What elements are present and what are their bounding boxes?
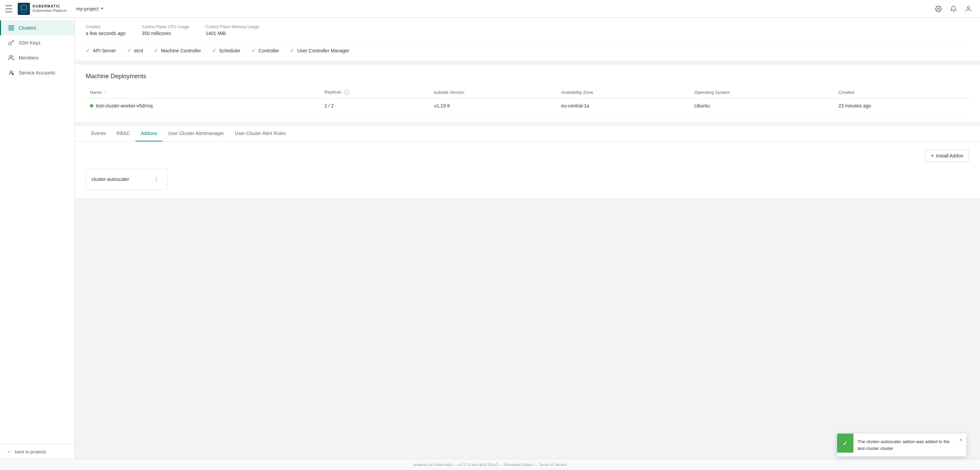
toast-close-button[interactable]: × [955, 433, 966, 446]
settings-icon [935, 5, 942, 12]
table-header: Name ↑ Replicas i kubelet Version Availa… [86, 87, 969, 98]
memory-label: Control Plane Memory Usage [205, 24, 259, 29]
svg-rect-6 [12, 25, 14, 27]
cell-created: 23 minutes ago [834, 98, 969, 113]
project-selector[interactable]: my-project [72, 4, 107, 14]
created-value: a few seconds ago [86, 30, 126, 36]
sidebar-item-clusters[interactable]: Clusters [0, 21, 75, 35]
created-label: Created [86, 24, 126, 29]
meta-row: Created a few seconds ago Control Plane … [86, 24, 969, 36]
footer: powered by Kubermatic — v2.17.0-dev-gb42… [0, 459, 980, 470]
status-dot [90, 104, 93, 108]
tab-rbac[interactable]: RBAC [111, 126, 135, 141]
toast-close-icon: × [959, 437, 962, 443]
install-addon-button[interactable]: + Install Addon [925, 150, 969, 162]
sidebar-members-label: Members [19, 55, 38, 60]
sidebar-service-accounts-label: Service Accounts [19, 70, 55, 76]
machine-deployments-title: Machine Deployments [86, 73, 969, 80]
check-label-machine-controller: Machine Controller [161, 48, 201, 53]
install-addon-plus-icon: + [931, 153, 934, 159]
app-body: Clusters SSH Keys [0, 18, 980, 459]
svg-point-3 [938, 8, 940, 10]
install-addon-row: + Install Addon [86, 150, 969, 169]
service-accounts-icon [8, 69, 14, 76]
check-icon-api-server: ✓ [86, 47, 90, 54]
logo-area: KUBERMATIC Kubernetes Platform [18, 3, 67, 15]
tab-addons[interactable]: Addons [135, 126, 162, 141]
tab-user-cluster-alert-rules[interactable]: User Cluster Alert Rules [229, 126, 291, 141]
logo-text: KUBERMATIC Kubernetes Platform [33, 5, 67, 13]
cpu-value: 350 millicores [142, 30, 189, 36]
check-label-scheduler: Scheduler [219, 48, 240, 53]
members-icon [8, 54, 14, 61]
tabs-content: + Install Addon cluster-autoscaler ⋮ [75, 141, 980, 198]
addon-name-cluster-autoscaler: cluster-autoscaler [92, 176, 129, 182]
col-operating-system: Operating System [690, 87, 834, 98]
created-meta: Created a few seconds ago [86, 24, 126, 36]
svg-rect-8 [12, 29, 14, 30]
cell-kubelet-version: v1.19.9 [430, 98, 557, 113]
check-label-user-controller-manager: User Controller Manager [297, 48, 349, 53]
toast-notification: ✓ The cluster-autoscaler addon was added… [837, 433, 966, 456]
replicas-info-icon[interactable]: i [344, 90, 350, 95]
status-check-scheduler: ✓ Scheduler [212, 47, 240, 54]
cpu-meta: Control Plane CPU Usage 350 millicores [142, 24, 189, 36]
back-to-projects-button[interactable]: ← back to projects [7, 449, 68, 455]
sidebar-item-service-accounts[interactable]: Service Accounts [0, 65, 75, 80]
cell-availability-zone: eu-central-1a [557, 98, 690, 113]
sidebar: Clusters SSH Keys [0, 18, 75, 459]
back-arrow-icon: ← [7, 449, 12, 455]
table-body: test-cluster-worker-v5drmq 2 / 2 v1.19.9… [86, 98, 969, 113]
status-check-user-controller-manager: ✓ User Controller Manager [290, 47, 349, 54]
check-icon-user-controller-manager: ✓ [290, 47, 294, 54]
sidebar-ssh-keys-label: SSH Keys [19, 40, 40, 46]
check-icon-controller: ✓ [251, 47, 256, 54]
svg-point-10 [10, 56, 11, 57]
status-check-controller: ✓ Controller [251, 47, 279, 54]
tabs-section: EventsRBACAddonsUser Cluster Alertmanage… [75, 126, 980, 198]
addon-cards: cluster-autoscaler ⋮ [86, 169, 969, 190]
topbar-left: KUBERMATIC Kubernetes Platform my-projec… [5, 3, 108, 15]
logo-platform: Kubernetes Platform [33, 8, 67, 13]
machine-deployments-table: Name ↑ Replicas i kubelet Version Availa… [86, 87, 969, 114]
tab-user-cluster-alertmanager[interactable]: User Cluster Alertmanager [162, 126, 229, 141]
project-name: my-project [76, 6, 98, 11]
sidebar-item-members[interactable]: Members [0, 50, 75, 65]
user-account-button[interactable] [962, 3, 975, 15]
cpu-label: Control Plane CPU Usage [142, 24, 189, 29]
cell-replicas: 2 / 2 [320, 98, 430, 113]
hamburger-menu-icon[interactable] [5, 5, 12, 12]
svg-rect-5 [9, 25, 11, 27]
toast-message: The cluster-autoscaler addon was added t… [858, 439, 950, 451]
settings-button[interactable] [932, 3, 945, 15]
install-addon-label: Install Addon [936, 153, 963, 159]
addon-card-cluster-autoscaler: cluster-autoscaler ⋮ [86, 169, 167, 190]
tab-events[interactable]: Events [86, 126, 111, 141]
kubermatic-logo-icon [18, 3, 30, 15]
svg-point-9 [9, 43, 11, 45]
clusters-icon [8, 24, 14, 31]
back-to-projects-label: back to projects [15, 449, 46, 454]
addon-menu-button-cluster-autoscaler[interactable]: ⋮ [151, 174, 162, 185]
col-availability-zone: Availability Zone [557, 87, 690, 98]
status-check-machine-controller: ✓ Machine Controller [154, 47, 201, 54]
cell-name: test-cluster-worker-v5drmq [86, 98, 320, 113]
notifications-icon [950, 5, 957, 12]
sidebar-clusters-label: Clusters [19, 25, 36, 30]
table-row[interactable]: test-cluster-worker-v5drmq 2 / 2 v1.19.9… [86, 98, 969, 113]
toast-check-icon: ✓ [843, 439, 848, 447]
logo-kubermatic: KUBERMATIC [33, 5, 67, 8]
table-header-row: Name ↑ Replicas i kubelet Version Availa… [86, 87, 969, 98]
svg-rect-7 [9, 29, 11, 30]
col-created: Created [834, 87, 969, 98]
sidebar-item-ssh-keys[interactable]: SSH Keys [0, 35, 75, 50]
toast-body: The cluster-autoscaler addon was added t… [853, 433, 955, 456]
col-name: Name ↑ [86, 87, 320, 98]
col-kubelet-version: kubelet Version [430, 87, 557, 98]
chevron-down-icon [101, 8, 103, 10]
status-check-api-server: ✓ API Server [86, 47, 116, 54]
main-content: Created a few seconds ago Control Plane … [75, 18, 980, 459]
topbar: KUBERMATIC Kubernetes Platform my-projec… [0, 0, 980, 18]
svg-point-11 [10, 71, 12, 73]
notifications-button[interactable] [947, 3, 959, 15]
